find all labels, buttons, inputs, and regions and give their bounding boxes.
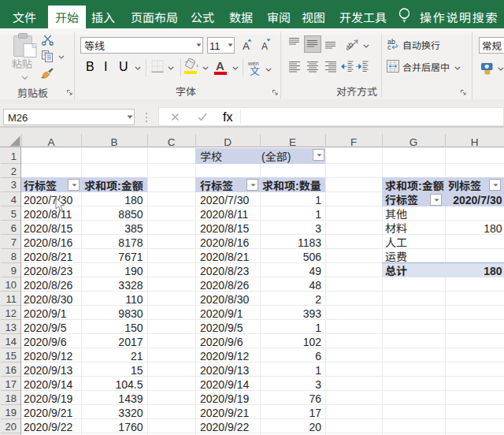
svg-text:ab: ab	[346, 39, 355, 51]
svg-text:c: c	[387, 43, 391, 50]
